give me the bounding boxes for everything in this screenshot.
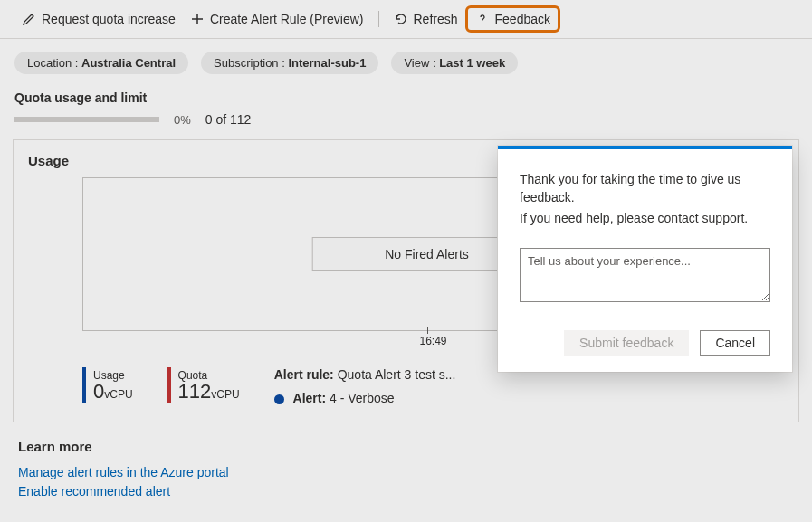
request-quota-button[interactable]: Request quota increase xyxy=(14,8,183,30)
legend-row: Usage 0vCPU Quota 112vCPU Alert rule: Qu… xyxy=(82,367,775,405)
view-filter[interactable]: View : Last 1 week xyxy=(391,52,518,74)
alert-rule-value: Quota Alert 3 test s... xyxy=(334,367,456,382)
quota-stat-unit: vCPU xyxy=(211,388,239,401)
feedback-button[interactable]: Feedback xyxy=(468,8,558,30)
link-enable-recommended-alert[interactable]: Enable recommended alert xyxy=(18,482,794,501)
submit-feedback-button[interactable]: Submit feedback xyxy=(564,330,689,356)
toolbar: Request quota increase Create Alert Rule… xyxy=(0,0,812,39)
feedback-dialog-line2: If you need help, please contact support… xyxy=(520,210,770,228)
view-filter-label: View : xyxy=(404,56,439,70)
create-alert-label: Create Alert Rule (Preview) xyxy=(210,12,364,26)
alert-dot-icon xyxy=(274,394,284,404)
refresh-icon xyxy=(394,12,408,26)
quota-progress-bar xyxy=(14,117,159,122)
alert-value: 4 - Verbose xyxy=(326,391,395,405)
quota-stat: Quota 112vCPU xyxy=(167,367,247,403)
feedback-dialog-line1: Thank you for taking the time to give us… xyxy=(520,171,770,206)
usage-stat-value: 0 xyxy=(93,380,104,403)
subscription-filter-value: Internal-sub-1 xyxy=(288,56,366,70)
subscription-filter-label: Subscription : xyxy=(214,56,288,70)
request-quota-label: Request quota increase xyxy=(42,12,176,26)
view-filter-value: Last 1 week xyxy=(439,56,505,70)
feedback-dialog: Thank you for taking the time to give us… xyxy=(498,146,792,372)
quota-stat-value: 112 xyxy=(178,380,212,403)
learn-more-title: Learn more xyxy=(18,439,794,454)
link-manage-alert-rules[interactable]: Manage alert rules in the Azure portal xyxy=(18,463,794,482)
cancel-button[interactable]: Cancel xyxy=(700,330,770,356)
location-filter-label: Location : xyxy=(27,56,81,70)
quota-row: 0% 0 of 112 xyxy=(0,109,812,136)
alert-info: Alert rule: Quota Alert 3 test s... Aler… xyxy=(274,367,456,405)
dialog-buttons: Submit feedback Cancel xyxy=(520,330,770,356)
quota-of-text: 0 of 112 xyxy=(205,112,252,127)
question-icon xyxy=(475,12,490,26)
refresh-label: Refresh xyxy=(414,12,458,26)
quota-percent: 0% xyxy=(174,113,191,127)
alert-rule-label: Alert rule: xyxy=(274,367,334,382)
toolbar-separator xyxy=(378,11,379,27)
feedback-label: Feedback xyxy=(495,12,550,26)
location-filter-value: Australia Central xyxy=(81,56,176,70)
subscription-filter[interactable]: Subscription : Internal-sub-1 xyxy=(201,52,378,74)
learn-more-section: Learn more Manage alert rules in the Azu… xyxy=(0,422,812,501)
create-alert-button[interactable]: Create Alert Rule (Preview) xyxy=(183,8,371,30)
location-filter[interactable]: Location : Australia Central xyxy=(14,52,188,74)
pencil-icon xyxy=(22,12,36,26)
usage-stat: Usage 0vCPU xyxy=(82,367,140,403)
plus-icon xyxy=(190,12,205,26)
filter-row: Location : Australia Central Subscriptio… xyxy=(0,39,812,83)
feedback-highlight: Feedback xyxy=(465,5,560,33)
quota-section-title: Quota usage and limit xyxy=(0,83,812,109)
chart-tick-label: 16:49 xyxy=(419,335,446,347)
alert-label: Alert: xyxy=(293,391,327,405)
usage-stat-unit: vCPU xyxy=(104,388,132,401)
feedback-textarea[interactable] xyxy=(520,248,770,302)
refresh-button[interactable]: Refresh xyxy=(387,8,465,30)
